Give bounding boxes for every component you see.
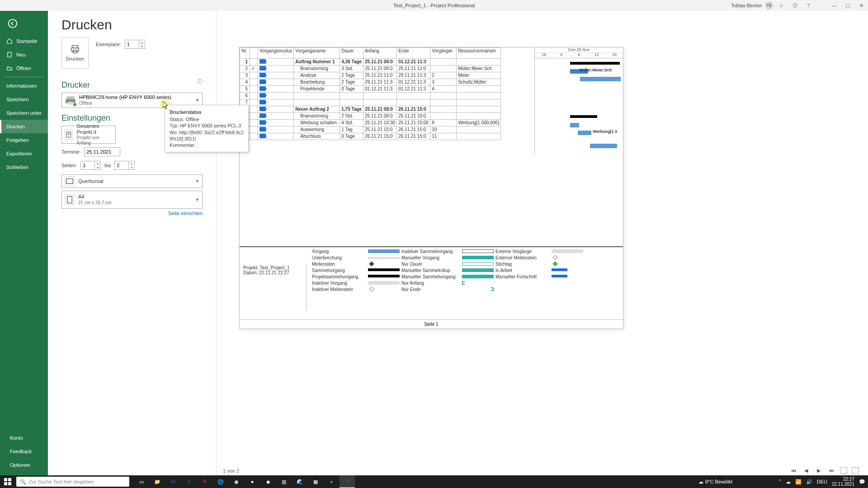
- page-from-spinner[interactable]: ▲▼: [80, 161, 101, 170]
- dates-label: Termine:: [61, 149, 80, 155]
- sidebar-item-share[interactable]: Freigeben: [0, 133, 48, 147]
- legend-symbol: [368, 281, 400, 286]
- open-icon: [6, 65, 13, 71]
- sidebar-item-home[interactable]: Startseite: [0, 34, 48, 48]
- legend-symbol: [368, 249, 400, 254]
- legend-label: Manueller Vorgang: [401, 255, 460, 260]
- pages-to-label: bis: [104, 163, 111, 168]
- legend-symbol: [462, 287, 494, 292]
- preview-page: Nr.VorgangsmodusVorgangsnameDauerAnfangE…: [239, 47, 623, 329]
- table-header: Vorgangsname: [294, 48, 340, 59]
- task-mode-icon: [259, 120, 266, 125]
- legend-symbol: [368, 275, 400, 279]
- back-button[interactable]: [4, 14, 22, 33]
- copies-input[interactable]: [125, 40, 139, 48]
- print-scope-selector[interactable]: Gesamtes Projekt d Projekt von Anfang: [61, 126, 116, 144]
- page-to-spinner[interactable]: ▲▼: [114, 161, 135, 170]
- legend-label: Externe Vorgänge: [495, 249, 550, 254]
- chevron-down-icon: ▼: [195, 98, 199, 103]
- orientation-selector[interactable]: Querformat ▼: [61, 174, 203, 188]
- svg-rect-1: [8, 52, 11, 57]
- table-row: 7: [240, 99, 501, 106]
- task-mode-icon: [259, 113, 266, 118]
- sidebar-item-new[interactable]: Neu: [0, 48, 48, 61]
- svg-rect-2: [72, 46, 78, 48]
- paper-dim: 21 cm x 29,7 cm: [78, 200, 111, 206]
- gantt-task-bar: [580, 77, 621, 81]
- sidebar-item-save[interactable]: Speichern: [0, 93, 48, 106]
- sidebar-item-print[interactable]: Drucken: [0, 120, 48, 133]
- legend-label: In Arbeit: [495, 268, 550, 273]
- paper-size-selector[interactable]: A4 21 cm x 29,7 cm ▼: [61, 191, 203, 209]
- sidebar-item-export[interactable]: Exportieren: [0, 147, 48, 160]
- legend-symbol: [552, 268, 583, 273]
- legend-date: Datum: 22.11.21 22:27: [243, 270, 304, 275]
- copies-spinner[interactable]: ▲▼: [125, 40, 145, 49]
- date-from-input[interactable]: [84, 147, 120, 156]
- table-row: 3 Analyse2 Tage25.11.21 11:029.11.21 11:…: [240, 72, 501, 79]
- tooltip-status: Status: Offline: [170, 116, 244, 122]
- task-mode-icon: [259, 59, 266, 64]
- svg-rect-5: [66, 96, 74, 99]
- legend-label: Manueller Sammelvorgang: [401, 274, 460, 279]
- task-mode-icon: [259, 100, 266, 104]
- table-row: 4 Bearbeitung2 Tage29.11.21 11:301.12.21…: [240, 79, 501, 86]
- printer-info-icon[interactable]: ⓘ: [197, 78, 203, 85]
- printer-status: Offline: [79, 101, 171, 106]
- legend-label: Vorgang: [312, 249, 366, 254]
- legend-label: Nur Anfang: [401, 281, 460, 286]
- print-settings-pane: Drucken Drucken Exemplare: ▲▼ Drucker ⓘ: [48, 11, 216, 369]
- legend-symbol: [552, 275, 583, 279]
- backstage-sidebar: StartseiteNeuÖffnen InformationenSpeiche…: [0, 11, 48, 369]
- home-icon: [6, 38, 13, 44]
- svg-point-0: [9, 19, 17, 28]
- printer-heading: Drucker: [61, 80, 203, 90]
- svg-rect-3: [71, 48, 79, 51]
- document-icon: [65, 130, 73, 140]
- sidebar-item-info[interactable]: Informationen: [0, 79, 48, 93]
- page-setup-link[interactable]: Seite einrichten: [61, 211, 203, 216]
- print-backstage: Drucken Drucken Exemplare: ▲▼ Drucker ⓘ: [48, 11, 658, 369]
- table-header: Dauer: [340, 48, 363, 59]
- new-icon: [6, 52, 13, 58]
- landscape-icon: [65, 176, 75, 186]
- page-footer: Seite 1: [240, 319, 623, 328]
- task-mode-icon: [259, 66, 266, 70]
- legend-label: Inaktiver Vorgang: [312, 281, 366, 286]
- legend-label: Meilenstein: [312, 262, 366, 267]
- table-header: Vorgangsmodus: [258, 48, 294, 59]
- legend-symbol: [462, 275, 494, 279]
- titlebar: Test_Project_1 - Project Professional To…: [0, 0, 658, 11]
- task-mode-icon: [259, 93, 266, 98]
- spin-down-icon[interactable]: ▼: [139, 44, 145, 48]
- page-heading: Drucken: [61, 17, 203, 33]
- scope-line2: Projekt von Anfang: [76, 135, 113, 146]
- legend-label: Inaktiver Meilenstein: [312, 287, 366, 292]
- table-header: Ressourcennamen: [457, 48, 500, 59]
- printer-status-tooltip: Druckerstatus Status: Offline Typ: HP EN…: [165, 105, 249, 152]
- copies-label: Exemplare:: [96, 42, 121, 47]
- printer-icon: [65, 94, 76, 106]
- legend-label: Stichtag: [495, 262, 550, 267]
- task-table: Nr.VorgangsmodusVorgangsnameDauerAnfangE…: [240, 47, 501, 140]
- table-header: Anfang: [363, 48, 397, 59]
- table-row: 8 Neuer Auftrag 21,75 Tage25.11.21 08:02…: [240, 106, 501, 113]
- table-row: 6: [240, 93, 501, 99]
- legend-symbol: [552, 287, 583, 292]
- gantt-bar-label: Werbung[1 0: [593, 129, 617, 134]
- legend-symbol: [552, 262, 583, 267]
- legend-symbol: [368, 287, 400, 292]
- task-mode-icon: [259, 107, 266, 111]
- sidebar-item-saveas[interactable]: Speichern unter: [0, 106, 48, 120]
- table-row: 12 Abschluss0 Tage26.11.21 15:026.11.21 …: [240, 133, 501, 140]
- sidebar-item-close[interactable]: Schließen: [0, 160, 48, 174]
- gantt-summary-bar: [570, 62, 620, 65]
- legend-symbol: [552, 249, 583, 254]
- legend-symbol: [368, 262, 400, 267]
- print-button[interactable]: Drucken: [61, 37, 89, 69]
- table-header: Vorgänger: [430, 48, 457, 59]
- sidebar-item-open[interactable]: Öffnen: [0, 61, 48, 75]
- spin-up-icon[interactable]: ▲: [139, 40, 145, 44]
- legend-symbol: [552, 281, 583, 286]
- table-row: 2✓ Brainstorming3 Std.25.11.21 08:025.11…: [240, 66, 501, 72]
